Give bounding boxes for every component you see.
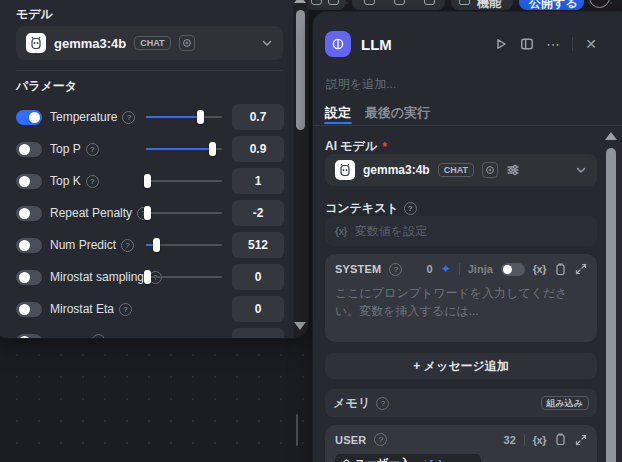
- temperature-toggle[interactable]: [16, 110, 42, 125]
- mirostat-eta-value[interactable]: 0: [232, 296, 284, 322]
- repeat-penalty-slider[interactable]: [146, 212, 222, 214]
- jinja-toggle[interactable]: [501, 263, 525, 276]
- gemma-model-icon: [26, 33, 46, 53]
- popup-scrollbar[interactable]: [293, 0, 308, 338]
- repeat-penalty-value[interactable]: -2: [232, 200, 284, 226]
- organize-icon[interactable]: [424, 0, 435, 5]
- top-p-value[interactable]: 0.9: [232, 136, 284, 162]
- partial-toggle[interactable]: [16, 334, 42, 338]
- description-placeholder[interactable]: 説明を追加...: [326, 76, 396, 93]
- partial-value[interactable]: [232, 328, 284, 338]
- features-button[interactable]: 機能: [451, 0, 513, 10]
- context-input[interactable]: {x} 変数値を設定: [325, 216, 597, 246]
- parameter-row-top-p: Top P? 0.9: [0, 133, 308, 165]
- top-k-value[interactable]: 1: [232, 168, 284, 194]
- publish-label: 公開する: [529, 0, 578, 12]
- top-p-slider[interactable]: [146, 148, 222, 150]
- model-name: gemma3:4b: [363, 163, 430, 177]
- mirostat-sampling-slider[interactable]: [146, 276, 222, 278]
- model-name: gemma3:4b: [54, 36, 126, 51]
- temperature-slider[interactable]: [146, 116, 222, 118]
- help-icon[interactable]: ?: [376, 397, 389, 410]
- chevron-down-icon: [575, 164, 587, 176]
- gemma-model-icon: [335, 160, 355, 180]
- help-icon[interactable]: ?: [374, 433, 387, 446]
- scroll-up-icon[interactable]: [605, 132, 617, 140]
- panel-scrollbar[interactable]: [604, 126, 617, 462]
- num-predict-slider[interactable]: [146, 244, 222, 246]
- help-icon[interactable]: ?: [404, 202, 417, 215]
- user-role-label: USER: [335, 434, 366, 446]
- toolbar-edit-group[interactable]: [352, 0, 445, 10]
- toolbar-pointer-group[interactable]: [304, 0, 346, 10]
- num-predict-value[interactable]: 512: [232, 232, 284, 258]
- system-role-label: SYSTEM: [335, 263, 381, 275]
- help-icon[interactable]: ?: [86, 175, 99, 188]
- chevron-down-icon: [261, 37, 273, 49]
- add-message-button[interactable]: + メッセージ追加: [325, 353, 597, 379]
- variable-icon: {x}: [429, 458, 442, 462]
- help-icon[interactable]: ?: [389, 263, 402, 276]
- system-prompt-box[interactable]: SYSTEM ? 0 ✦ Jinja {x} ここにプロンプトワードを入力してく…: [325, 254, 597, 342]
- help-icon[interactable]: ?: [86, 143, 99, 156]
- param-label: Temperature: [50, 110, 117, 124]
- help-icon[interactable]: ?: [119, 303, 132, 316]
- help-circle-button[interactable]: [589, 0, 610, 8]
- variable-icon[interactable]: {x}: [533, 263, 546, 275]
- help-icon[interactable]: ?: [122, 111, 135, 124]
- scroll-down-icon[interactable]: [294, 322, 306, 330]
- ai-model-selector[interactable]: gemma3:4b CHAT: [325, 154, 597, 186]
- model-selector[interactable]: gemma3:4b CHAT: [16, 26, 283, 60]
- parameter-row-mirostat-eta: Mirostat Eta? 0: [0, 293, 308, 325]
- divider: [572, 37, 573, 51]
- memory-row[interactable]: メモリ ? 組み込み: [325, 389, 597, 417]
- repeat-penalty-toggle[interactable]: [16, 206, 42, 221]
- copy-icon[interactable]: [554, 433, 567, 446]
- tune-params-icon[interactable]: [506, 163, 520, 177]
- docs-icon[interactable]: [520, 37, 534, 51]
- divider: [524, 434, 525, 446]
- close-icon[interactable]: ✕: [585, 37, 597, 51]
- prompt-generator-icon[interactable]: ✦: [441, 262, 451, 276]
- note-icon[interactable]: [394, 0, 405, 5]
- publish-button[interactable]: 公開する: [519, 0, 584, 10]
- top-k-toggle[interactable]: [16, 174, 42, 189]
- variable-chip[interactable]: ユーザー入... / {x} query: [335, 454, 481, 462]
- help-icon[interactable]: [92, 334, 105, 338]
- hand-icon[interactable]: [328, 0, 339, 5]
- tab-settings[interactable]: 設定: [325, 104, 351, 122]
- num-predict-toggle[interactable]: [16, 238, 42, 253]
- llm-node-icon: [325, 31, 351, 57]
- required-mark: *: [382, 140, 387, 154]
- chat-badge: CHAT: [134, 36, 170, 51]
- jinja-label: Jinja: [468, 263, 493, 275]
- temperature-value[interactable]: 0.7: [232, 104, 284, 130]
- run-icon[interactable]: [494, 37, 508, 51]
- params-section-label: パラメータ: [16, 78, 77, 95]
- more-icon[interactable]: ⋯: [546, 37, 560, 51]
- workflow-canvas: 機能 公開する モデル gemma3:4b CHAT パラメータ Tempera…: [0, 0, 622, 462]
- mirostat-sampling-value[interactable]: 0: [232, 264, 284, 290]
- param-label: Mirostat Eta: [50, 302, 114, 316]
- tab-last-run[interactable]: 最後の実行: [365, 104, 430, 122]
- mirostat-eta-toggle[interactable]: [16, 302, 42, 317]
- pointer-icon[interactable]: [311, 0, 322, 5]
- top-k-slider[interactable]: [146, 180, 222, 182]
- popup-scrollbar-thumb[interactable]: [296, 10, 305, 130]
- scroll-up-icon[interactable]: [294, 0, 306, 3]
- add-node-icon[interactable]: [364, 0, 375, 5]
- top-p-toggle[interactable]: [16, 142, 42, 157]
- user-prompt-box[interactable]: USER ? 32 {x} ユーザー入... / {x} query: [325, 425, 597, 462]
- copy-icon[interactable]: [554, 263, 567, 276]
- variable-icon[interactable]: {x}: [533, 434, 546, 446]
- expand-icon[interactable]: [575, 434, 587, 446]
- mirostat-sampling-toggle[interactable]: [16, 270, 42, 285]
- chip-separator: /: [423, 458, 426, 462]
- canvas-scrollbar-fragment[interactable]: [296, 414, 298, 446]
- panel-scrollbar-thumb[interactable]: [606, 148, 616, 462]
- expand-icon[interactable]: [575, 263, 587, 275]
- help-icon[interactable]: ?: [121, 239, 134, 252]
- features-label: 機能: [477, 0, 501, 12]
- parameter-row-repeat-penalty: Repeat Penalty? -2: [0, 197, 308, 229]
- model-section-label: モデル: [16, 6, 53, 23]
